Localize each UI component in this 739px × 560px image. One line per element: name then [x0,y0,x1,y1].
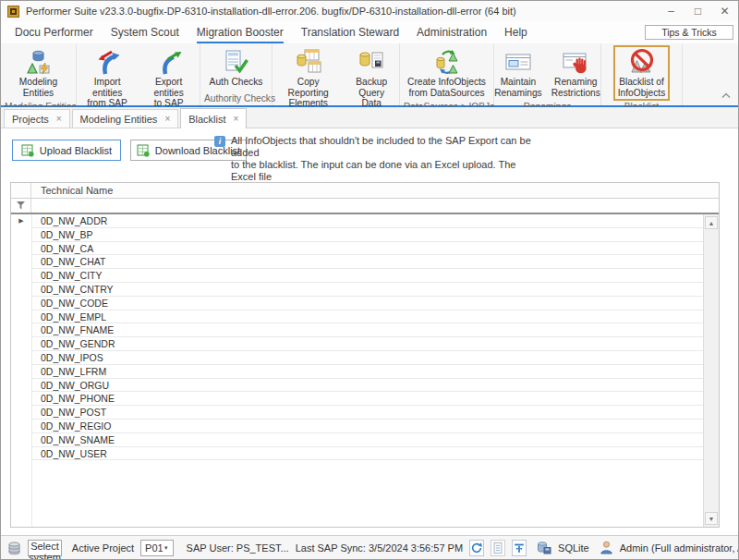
copy-reporting-elements-icon [295,48,322,76]
doc-tab-label: Modeling Entities [80,114,158,125]
filter-input-cell[interactable] [31,199,719,213]
scroll-down-icon[interactable]: ▼ [705,512,718,525]
ribbon-button-label: Export entities to SAP [142,77,195,109]
excel-upload-icon [21,144,34,157]
row-indicator-cell [11,323,31,337]
technical-name-cell[interactable]: 0D_NW_IPOS [31,351,703,365]
technical-name-cell[interactable]: 0D_NW_FNAME [31,323,703,337]
ribbon-button-label: Maintain Renamings [494,77,542,98]
technical-name-cell[interactable]: 0D_NW_LFRM [31,365,703,379]
technical-name-cell[interactable]: 0D_NW_CNTRY [31,283,703,297]
status-bar: Select system Active Project P01 ▼ SAP U… [1,535,738,559]
table-row[interactable]: 0D_NW_IPOS [11,351,703,365]
table-row[interactable]: 0D_NW_LFRM [11,365,703,379]
ribbon-button-label: Renaming Restrictions [551,77,600,98]
table-row[interactable]: 0D_NW_ADDR [11,214,703,228]
technical-name-cell[interactable]: 0D_NW_CHAT [31,255,703,269]
technical-name-cell[interactable]: 0D_NW_USER [31,447,703,461]
import-entities-button[interactable]: Import entities from SAP [77,45,138,112]
minimize-button[interactable]: – [658,1,684,21]
document-icon [491,542,504,554]
close-button[interactable]: ✕ [711,1,738,21]
renaming-restrictions-button[interactable]: Renaming Restrictions [547,45,605,101]
tips-and-tricks-button[interactable]: Tips & Tricks [645,25,733,40]
table-row[interactable]: 0D_NW_GENDR [11,337,703,351]
tab-migration-booster[interactable]: Migration Booster [197,21,284,43]
table-row[interactable]: 0D_NW_CHAT [11,255,703,269]
table-row[interactable]: 0D_NW_REGIO [11,420,703,433]
pin-columns-button[interactable] [512,540,527,556]
filter-funnel-icon [17,201,25,210]
refresh-icon [470,542,483,554]
tab-administration[interactable]: Administration [417,21,487,43]
create-infoobjects-button[interactable]: Create InfoObjects from DataSources [403,45,491,101]
doc-tab-modeling-entities[interactable]: Modeling Entities × [72,109,179,128]
row-indicator-cell [11,392,31,406]
table-row[interactable]: 0D_NW_ORGU [11,379,703,393]
tab-system-scout[interactable]: System Scout [111,21,179,43]
ribbon-button-label: Import entities from SAP [81,77,133,109]
select-system-button[interactable]: Select system [28,540,62,556]
header-indicator-cell [11,183,31,198]
technical-name-cell[interactable]: 0D_NW_CA [31,242,703,256]
collapse-ribbon-icon[interactable] [721,86,731,103]
backup-query-data-button[interactable]: Backup Query Data [344,45,399,112]
upload-blacklist-button[interactable]: Upload Blacklist [12,140,121,161]
active-project-select[interactable]: P01 ▼ [140,540,174,556]
table-row[interactable]: 0D_NW_CA [11,242,703,256]
ribbon: Modeling Entities Modeling Entities [1,43,738,107]
doc-tab-blacklist[interactable]: Blacklist × [180,108,247,128]
modeling-entities-button[interactable]: Modeling Entities [15,45,62,101]
table-row[interactable]: 0D_NW_BP [11,228,703,242]
table-row[interactable]: 0D_NW_CITY [11,269,703,283]
maintain-renamings-button[interactable]: Maintain Renamings [490,45,547,101]
table-row[interactable]: 0D_NW_EMPL [11,310,703,324]
grid-header: Technical Name [11,183,719,199]
table-row[interactable]: 0D_NW_SNAME [11,433,703,447]
row-indicator-cell [11,228,31,242]
column-header-technical-name[interactable]: Technical Name [31,183,719,198]
row-indicator-cell [11,420,31,433]
technical-name-cell[interactable]: 0D_NW_ORGU [31,379,703,393]
tab-translation-steward[interactable]: Translation Steward [301,21,399,43]
technical-name-cell[interactable]: 0D_NW_POST [31,406,703,420]
table-row[interactable]: 0D_NW_FNAME [11,323,703,337]
table-row[interactable]: 0D_NW_PHONE [11,392,703,406]
ribbon-group-datasources-iobjs: Create InfoObjects from DataSources Data… [400,43,494,105]
user-icon [600,541,613,554]
technical-name-cell[interactable]: 0D_NW_SNAME [31,433,703,447]
scroll-up-icon[interactable]: ▲ [705,216,718,229]
technical-name-cell[interactable]: 0D_NW_CODE [31,297,703,310]
doc-tab-projects[interactable]: Projects × [4,109,70,128]
title-bar: Performer Suite v23.3.0-bugfix-DP-6310-i… [1,1,738,21]
refresh-button[interactable] [469,540,484,556]
maximize-button[interactable]: □ [684,1,711,21]
export-entities-button[interactable]: Export entities to SAP [138,45,200,112]
tab-docu-performer[interactable]: Docu Performer [15,21,93,43]
auth-checks-button[interactable]: Auth Checks [205,45,268,91]
table-row[interactable]: 0D_NW_CODE [11,297,703,310]
log-document-button[interactable] [491,540,505,556]
active-project-label: Active Project [72,542,134,554]
tab-help[interactable]: Help [504,21,527,43]
table-row[interactable]: 0D_NW_USER [11,447,703,461]
technical-name-cell[interactable]: 0D_NW_PHONE [31,392,703,406]
close-tab-icon[interactable]: × [234,114,239,124]
row-indicator-cell [11,214,31,228]
upload-blacklist-label: Upload Blacklist [40,145,112,156]
vertical-scrollbar[interactable]: ▲ ▼ [703,214,719,527]
technical-name-cell[interactable]: 0D_NW_EMPL [31,310,703,324]
close-tab-icon[interactable]: × [56,114,62,124]
copy-reporting-elements-button[interactable]: Copy Reporting Elements [273,45,344,112]
technical-name-cell[interactable]: 0D_NW_ADDR [31,214,703,228]
table-row[interactable]: 0D_NW_POST [11,406,703,420]
technical-name-cell[interactable]: 0D_NW_GENDR [31,337,703,351]
blacklist-of-infoobjects-button[interactable]: Blacklist of InfoObjects [613,45,671,101]
technical-name-cell[interactable]: 0D_NW_BP [31,228,703,242]
document-tab-bar: Projects × Modeling Entities × Blacklist… [1,107,738,128]
technical-name-cell[interactable]: 0D_NW_CITY [31,269,703,283]
row-indicator-cell [11,365,31,379]
table-row[interactable]: 0D_NW_CNTRY [11,283,703,297]
close-tab-icon[interactable]: × [164,114,170,124]
technical-name-cell[interactable]: 0D_NW_REGIO [31,420,703,433]
